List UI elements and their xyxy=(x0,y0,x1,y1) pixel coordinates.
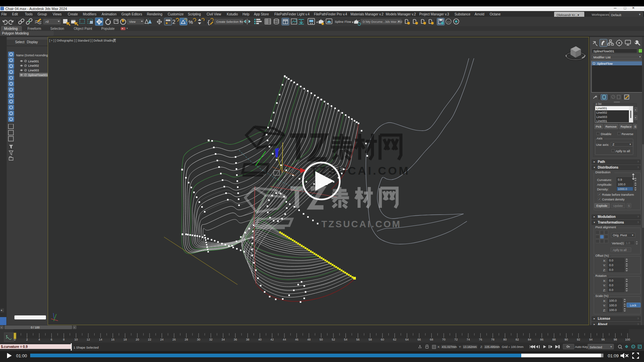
svg-text:72: 72 xyxy=(454,338,458,341)
svg-text:14: 14 xyxy=(99,338,102,341)
svg-text:24: 24 xyxy=(160,338,163,341)
svg-text:%: % xyxy=(189,19,193,25)
svg-text:56: 56 xyxy=(356,338,360,341)
svg-text:30: 30 xyxy=(197,338,200,341)
svg-text:78: 78 xyxy=(491,338,494,341)
svg-text:All: All xyxy=(45,20,49,23)
svg-text:8: 8 xyxy=(63,338,65,341)
svg-text:34: 34 xyxy=(221,338,225,341)
svg-text:46: 46 xyxy=(295,338,298,341)
svg-text:16: 16 xyxy=(111,338,114,341)
svg-text:22: 22 xyxy=(148,338,151,341)
svg-text:Line001: Line001 xyxy=(28,60,39,63)
svg-text:92: 92 xyxy=(577,338,580,341)
svg-text:TZSUCAI.COM: TZSUCAI.COM xyxy=(321,219,401,229)
svg-text:88: 88 xyxy=(552,338,556,341)
svg-text:36: 36 xyxy=(234,338,237,341)
svg-text:4: 4 xyxy=(39,338,40,341)
svg-text:98: 98 xyxy=(613,338,617,341)
svg-text:100: 100 xyxy=(625,338,630,341)
svg-text:48: 48 xyxy=(307,338,311,341)
svg-text:{: { xyxy=(207,20,210,26)
svg-text:76: 76 xyxy=(479,338,482,341)
svg-text:Create Selection Se: Create Selection Se xyxy=(216,20,243,23)
svg-text:66: 66 xyxy=(418,338,421,341)
svg-text:84: 84 xyxy=(528,338,531,341)
svg-text:Line002: Line002 xyxy=(28,64,39,67)
svg-text:90: 90 xyxy=(565,338,568,341)
svg-text:62: 62 xyxy=(393,338,396,341)
svg-text:74: 74 xyxy=(467,338,470,341)
svg-text:14: 14 xyxy=(447,20,450,23)
svg-text:54: 54 xyxy=(344,338,347,341)
svg-text:68: 68 xyxy=(430,338,433,341)
svg-text:SplineFlow001: SplineFlow001 xyxy=(28,73,48,77)
svg-text:12: 12 xyxy=(87,338,90,341)
svg-text:80: 80 xyxy=(503,338,507,341)
svg-text:20: 20 xyxy=(136,338,139,341)
svg-text:38: 38 xyxy=(246,338,249,341)
svg-text:D:\My Docume...3ds Max 202: D:\My Docume...3ds Max 202 xyxy=(363,20,402,23)
svg-text:[ + ] [ Orthographic ] [ Stand: [ + ] [ Orthographic ] [ Standard ] [ De… xyxy=(49,39,116,42)
svg-text:58: 58 xyxy=(369,338,372,341)
svg-text:40: 40 xyxy=(258,338,262,341)
svg-text:28: 28 xyxy=(185,338,188,341)
svg-text:52: 52 xyxy=(332,338,335,341)
svg-text:10: 10 xyxy=(74,338,78,341)
svg-text:6: 6 xyxy=(51,338,52,341)
svg-text:64: 64 xyxy=(405,338,409,341)
svg-text:60: 60 xyxy=(381,338,384,341)
svg-text:50: 50 xyxy=(319,338,323,341)
svg-text:70: 70 xyxy=(442,338,445,341)
svg-text:42: 42 xyxy=(270,338,274,341)
svg-text:Spline Flow: Spline Flow xyxy=(335,20,351,23)
svg-text:44: 44 xyxy=(283,338,286,341)
svg-text:32: 32 xyxy=(209,338,213,341)
svg-text:2: 2 xyxy=(172,19,175,25)
svg-text:26: 26 xyxy=(172,338,176,341)
svg-text:18: 18 xyxy=(123,338,127,341)
svg-text:86: 86 xyxy=(540,338,543,341)
svg-text:2: 2 xyxy=(26,338,28,341)
svg-text:View: View xyxy=(129,20,136,23)
svg-text:Line003: Line003 xyxy=(28,69,39,72)
svg-text:82: 82 xyxy=(516,338,519,341)
svg-text:96: 96 xyxy=(601,338,605,341)
svg-text:94: 94 xyxy=(589,338,592,341)
